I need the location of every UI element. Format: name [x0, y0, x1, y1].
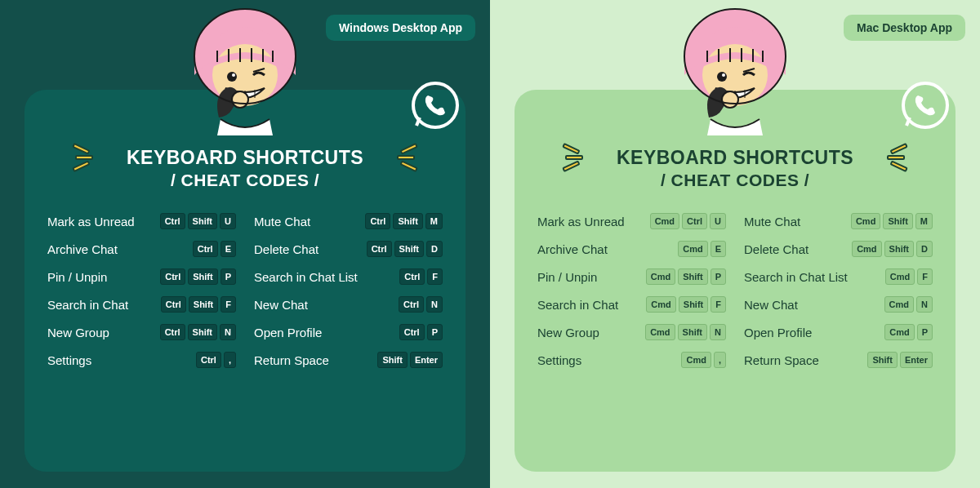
key-cap: Shift — [394, 241, 424, 257]
key-cap: Ctrl — [160, 324, 185, 340]
key-cap: Ctrl — [399, 296, 424, 313]
shortcut-row: Search in ChatCmdShiftF — [537, 296, 726, 313]
shortcut-keys: CmdE — [678, 241, 726, 257]
shortcut-label: Search in Chat List — [254, 270, 358, 284]
svg-point-16 — [232, 91, 248, 108]
shortcut-row: Open ProfileCtrlP — [254, 324, 443, 340]
shortcut-keys: CmdP — [884, 324, 933, 340]
shortcut-label: Search in Chat — [537, 298, 618, 312]
key-cap: N — [710, 324, 726, 340]
shortcut-label: New Group — [47, 326, 109, 339]
key-cap: Ctrl — [365, 213, 390, 229]
key-cap: Cmd — [884, 324, 914, 340]
key-cap: Cmd — [852, 241, 881, 257]
key-cap: Cmd — [645, 324, 675, 340]
key-cap: Ctrl — [399, 268, 425, 285]
shortcut-row: SettingsCtrl, — [47, 352, 236, 368]
character-avatar — [662, 3, 808, 142]
heading: KEYBOARD SHORTCUTS / CHEAT CODES / — [47, 147, 443, 190]
key-cap: E — [220, 241, 236, 257]
key-cap: Shift — [188, 324, 217, 340]
key-cap: N — [220, 324, 236, 340]
shortcut-label: Mute Chat — [254, 215, 310, 228]
shortcut-keys: CtrlF — [399, 268, 443, 285]
shortcut-row: Mark as UnreadCmdCtrlU — [537, 213, 726, 229]
key-cap: M — [915, 213, 933, 229]
shortcut-row: Mute ChatCmdShiftM — [744, 213, 933, 229]
shortcut-keys: CmdShiftD — [852, 241, 933, 257]
shortcut-row: Open ProfileCmdP — [744, 324, 933, 340]
shortcut-keys: CtrlShiftP — [160, 268, 236, 285]
whatsapp-icon — [900, 80, 951, 131]
key-cap: Ctrl — [160, 213, 185, 229]
key-cap: Shift — [188, 213, 217, 229]
shortcut-keys: ShiftEnter — [867, 352, 933, 368]
shortcut-row: Mark as UnreadCtrlShiftU — [47, 213, 236, 229]
key-cap: , — [714, 352, 726, 368]
shortcut-row: SettingsCmd, — [537, 352, 726, 368]
shortcut-label: New Chat — [254, 298, 308, 312]
key-cap: Enter — [410, 352, 443, 368]
key-cap: Shift — [393, 213, 422, 229]
shortcut-row: New GroupCmdShiftN — [537, 324, 726, 340]
sparkle-icon — [397, 145, 415, 170]
key-cap: F — [427, 268, 443, 285]
shortcut-label: Archive Chat — [47, 242, 118, 256]
shortcut-keys: CmdShiftN — [645, 324, 726, 340]
sparkle-icon — [887, 145, 905, 170]
shortcut-keys: Cmd, — [681, 352, 726, 368]
shortcut-keys: ShiftEnter — [377, 352, 443, 368]
key-cap: F — [710, 296, 726, 313]
shortcut-label: New Chat — [744, 298, 798, 312]
shortcut-keys: CtrlN — [399, 296, 443, 313]
key-cap: Shift — [188, 268, 217, 285]
shortcut-row: Delete ChatCtrlShiftD — [254, 241, 443, 257]
key-cap: P — [220, 268, 236, 285]
shortcut-row: New ChatCmdN — [744, 296, 933, 313]
key-cap: Ctrl — [682, 213, 707, 229]
svg-point-11 — [232, 73, 235, 77]
key-cap: N — [426, 296, 443, 313]
key-cap: Cmd — [851, 213, 880, 229]
shortcut-keys: CtrlShiftD — [367, 241, 443, 257]
key-cap: Cmd — [650, 213, 679, 229]
key-cap: Shift — [679, 296, 708, 313]
key-cap: Ctrl — [196, 352, 221, 368]
shortcut-row: Search in ChatCtrlShiftF — [47, 296, 236, 313]
shortcut-label: Open Profile — [254, 326, 322, 339]
key-cap: F — [917, 268, 933, 285]
key-cap: Ctrl — [161, 296, 186, 313]
shortcut-row: Archive ChatCmdE — [537, 241, 726, 257]
svg-point-35 — [722, 91, 738, 108]
shortcut-keys: CmdF — [885, 268, 933, 285]
key-cap: Ctrl — [399, 324, 425, 340]
shortcut-keys: CmdShiftP — [646, 268, 726, 285]
whatsapp-icon — [410, 80, 461, 131]
key-cap: P — [917, 324, 933, 340]
key-cap: N — [916, 296, 933, 313]
shortcut-row: Return SpaceShiftEnter — [744, 352, 933, 368]
key-cap: Ctrl — [367, 241, 392, 257]
key-cap: P — [710, 268, 726, 285]
shortcut-label: Return Space — [744, 353, 819, 367]
key-cap: Shift — [678, 324, 707, 340]
shortcut-label: Mute Chat — [744, 215, 800, 228]
key-cap: Ctrl — [160, 268, 185, 285]
key-cap: D — [426, 241, 443, 257]
shortcut-row: Pin / UnpinCmdShiftP — [537, 268, 726, 285]
shortcut-keys: CtrlShiftF — [161, 296, 236, 313]
shortcuts-grid: Mark as UnreadCtrlShiftUArchive ChatCtrl… — [47, 213, 443, 379]
shortcut-keys: CtrlShiftN — [160, 324, 236, 340]
key-cap: U — [220, 213, 236, 229]
key-cap: D — [916, 241, 933, 257]
shortcut-keys: CtrlShiftM — [365, 213, 443, 229]
key-cap: Enter — [900, 352, 933, 368]
key-cap: Cmd — [646, 296, 675, 313]
key-cap: Shift — [867, 352, 897, 368]
key-cap: Cmd — [681, 352, 710, 368]
svg-point-30 — [722, 73, 725, 77]
panel-mac: Mac Desktop App — [490, 0, 980, 488]
key-cap: , — [224, 352, 236, 368]
platform-badge: Windows Desktop App — [326, 15, 475, 41]
shortcut-label: Settings — [47, 353, 91, 367]
